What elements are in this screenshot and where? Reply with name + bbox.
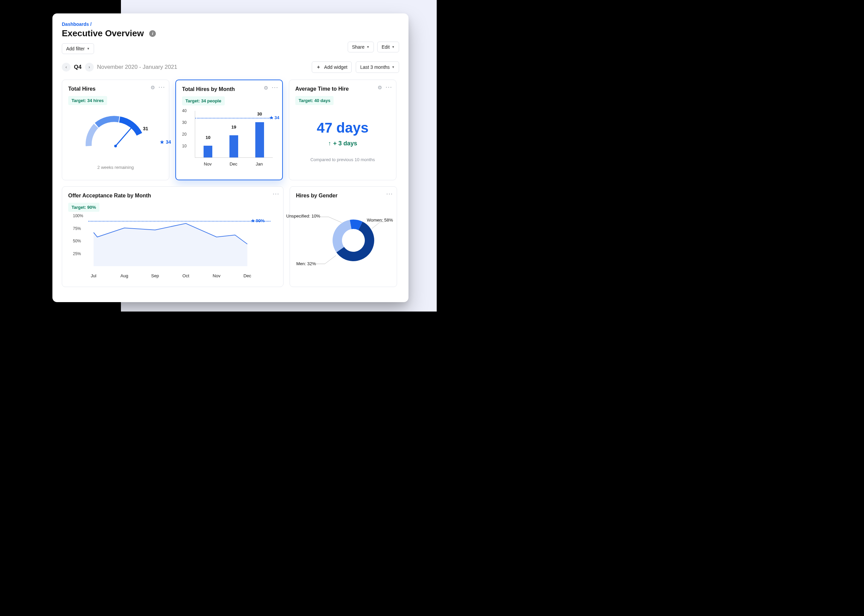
card-title: Total Hires bbox=[68, 86, 163, 92]
breadcrumb[interactable]: Dashboards / bbox=[62, 22, 399, 27]
kpi-note: Compared to previous 10 months bbox=[295, 157, 390, 162]
card-hires-by-gender[interactable]: Hires by Gender Unspecified: 10%Women: 5… bbox=[290, 186, 397, 287]
period-range-text: November 2020 - January 2021 bbox=[97, 64, 177, 71]
arrow-up-icon bbox=[328, 140, 333, 147]
gear-icon[interactable] bbox=[264, 85, 268, 91]
svg-line-2 bbox=[328, 217, 342, 223]
svg-line-4 bbox=[372, 222, 380, 229]
card-title: Total Hires by Month bbox=[182, 86, 276, 92]
svg-line-6 bbox=[325, 255, 336, 264]
bar-chart: 10203040101930NovDecJan34 bbox=[182, 111, 276, 168]
edit-button[interactable]: Edit bbox=[377, 42, 399, 52]
gauge-value-label: 31 bbox=[143, 126, 148, 131]
gear-icon[interactable] bbox=[378, 85, 382, 91]
target-badge: Target: 90% bbox=[68, 203, 99, 212]
target-badge: Target: 34 hires bbox=[68, 96, 107, 105]
card-title: Hires by Gender bbox=[296, 193, 391, 199]
add-widget-button[interactable]: Add widget bbox=[312, 61, 352, 73]
line-chart: 25%50%75%100%90%JulAugSepOctNovDec bbox=[68, 216, 277, 280]
more-icon[interactable] bbox=[273, 191, 279, 197]
gauge-chart: 31 34 bbox=[77, 112, 154, 163]
dashboard-panel: Dashboards / Executive Overview i Share … bbox=[52, 13, 408, 302]
svg-point-1 bbox=[114, 145, 117, 148]
card-title: Average Time to Hire bbox=[295, 86, 390, 92]
more-icon[interactable] bbox=[271, 85, 278, 91]
page-title: Executive Overview bbox=[62, 28, 144, 39]
card-offer-acceptance[interactable]: Offer Acceptance Rate by Month Target: 9… bbox=[62, 186, 284, 287]
kpi-delta: + 3 days bbox=[295, 140, 390, 147]
target-badge: Target: 34 people bbox=[182, 96, 225, 105]
more-icon[interactable] bbox=[385, 85, 392, 91]
gauge-target-label: 34 bbox=[160, 139, 171, 145]
more-icon[interactable] bbox=[386, 191, 393, 197]
prev-period-button[interactable]: ‹ bbox=[62, 63, 71, 72]
gear-icon[interactable] bbox=[150, 85, 155, 91]
kpi-value: 47 days bbox=[295, 120, 390, 136]
more-icon[interactable] bbox=[158, 85, 165, 91]
svg-line-0 bbox=[115, 126, 133, 146]
gauge-caption: 2 weeks remaining bbox=[68, 165, 163, 170]
share-button[interactable]: Share bbox=[348, 42, 374, 52]
period-label: Q4 bbox=[74, 64, 82, 71]
card-hires-by-month[interactable]: Total Hires by Month Target: 34 people 1… bbox=[175, 80, 283, 180]
card-avg-time-to-hire[interactable]: Average Time to Hire Target: 40 days 47 … bbox=[289, 80, 396, 180]
card-title: Offer Acceptance Rate by Month bbox=[68, 193, 277, 199]
info-icon[interactable]: i bbox=[149, 30, 156, 37]
target-badge: Target: 40 days bbox=[295, 96, 334, 105]
donut-chart: Unspecified: 10%Women: 58%Men: 32% bbox=[296, 207, 390, 274]
card-total-hires[interactable]: Total Hires Target: 34 hires bbox=[62, 80, 169, 180]
add-filter-button[interactable]: Add filter bbox=[62, 43, 94, 54]
period-select-button[interactable]: Last 3 months bbox=[356, 61, 399, 73]
next-period-button[interactable]: › bbox=[85, 63, 94, 72]
